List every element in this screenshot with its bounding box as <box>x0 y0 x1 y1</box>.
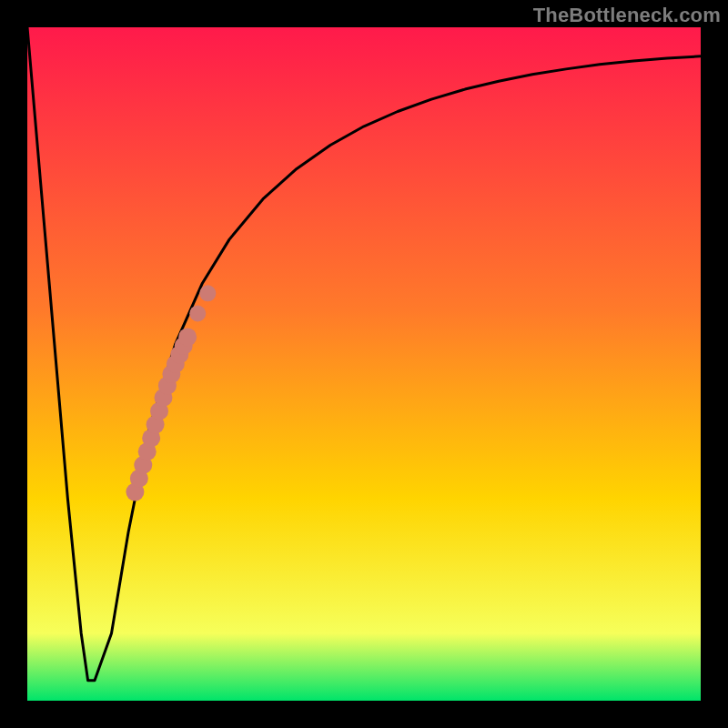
marker-dot <box>199 285 216 301</box>
chart-frame: TheBottleneck.com <box>0 0 728 728</box>
chart-svg <box>27 27 701 701</box>
plot-area <box>27 27 701 701</box>
marker-dot <box>178 328 197 346</box>
watermark-text: TheBottleneck.com <box>533 4 721 27</box>
marker-dot <box>189 306 206 322</box>
gradient-background <box>27 27 701 701</box>
